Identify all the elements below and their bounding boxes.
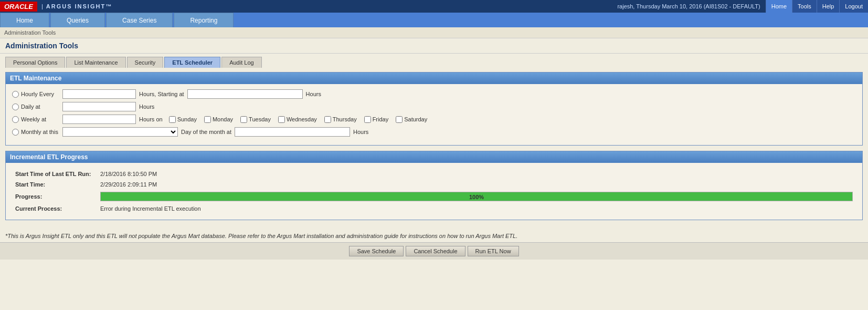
current-process-label: Current Process: [13,204,97,213]
hourly-row: Hourly Every Hours, Starting at Hours [12,89,856,99]
start-time-row: Start Time: 2/29/2016 2:09:11 PM [13,180,855,189]
save-schedule-button[interactable]: Save Schedule [349,246,404,256]
etl-maintenance-panel: ETL Maintenance Hourly Every Hours, Star… [5,72,863,146]
top-nav-help[interactable]: Help [817,0,840,13]
footer-note: *This is Argus Insight ETL only and this… [0,230,868,242]
separator: | [41,3,43,9]
tab-list-maintenance[interactable]: List Maintenance [66,57,125,68]
last-run-label: Start Time of Last ETL Run: [13,169,97,179]
progress-label: Progress: [13,190,97,203]
incremental-etl-body: Start Time of Last ETL Run: 2/18/2016 8:… [6,163,862,220]
daily-row: Daily at Hours [12,102,856,111]
top-bar: ORACLE | ARGUS INSIGHT™ rajesh, Thursday… [0,0,868,13]
top-bar-left: ORACLE | ARGUS INSIGHT™ [0,2,112,12]
days-checkboxes: Sunday Monday Tuesday Wednesday [169,116,428,123]
monthly-endlabel: Hours [353,129,368,135]
breadcrumb: Administration Tools [0,27,868,38]
main-nav-case-series[interactable]: Case Series [106,13,173,27]
monthly-radio[interactable] [12,129,19,136]
saturday-checkbox-item: Saturday [396,116,427,123]
hourly-label: Hourly Every [12,91,59,98]
etl-maintenance-header: ETL Maintenance [6,73,862,84]
daily-radio[interactable] [12,104,19,110]
progress-table: Start Time of Last ETL Run: 2/18/2016 8:… [12,168,856,214]
sunday-checkbox[interactable] [169,116,176,123]
incremental-etl-panel: Incremental ETL Progress Start Time of L… [5,151,863,220]
current-process-value: Error during Incremental ETL execution [98,204,855,213]
top-nav-logout[interactable]: Logout [839,0,868,13]
sunday-checkbox-item: Sunday [169,116,197,123]
thursday-checkbox[interactable] [324,116,331,123]
run-etl-now-button[interactable]: Run ETL Now [468,246,519,256]
top-bar-right: rajesh, Thursday March 10, 2016 (AI81S02… [617,0,868,13]
wednesday-checkbox[interactable] [278,116,285,123]
monthly-midlabel: Day of the month at [181,129,231,135]
wednesday-checkbox-item: Wednesday [278,116,317,123]
tab-security[interactable]: Security [127,57,164,68]
main-nav-reporting[interactable]: Reporting [174,13,234,27]
hourly-midlabel: Hours, Starting at [139,91,184,97]
progress-row: Progress: 100% [13,190,855,203]
main-nav-home[interactable]: Home [0,13,49,27]
tab-audit-log[interactable]: Audit Log [221,57,261,68]
weekly-input[interactable] [62,115,136,124]
progress-cell: 100% [98,190,855,203]
monthly-row: Monthly at this Day of the month at Hour… [12,127,856,137]
monday-checkbox-item: Monday [204,116,233,123]
daily-endlabel: Hours [139,104,154,110]
weekly-midlabel: Hours on [139,116,163,122]
page-title: Administration Tools [0,38,868,54]
bottom-buttons: Save Schedule Cancel Schedule Run ETL No… [0,242,868,260]
weekly-radio[interactable] [12,116,19,123]
sub-tabs: Personal Options List Maintenance Securi… [0,54,868,68]
app-name: ARGUS INSIGHT™ [46,3,112,9]
hourly-radio[interactable] [12,91,19,98]
monthly-input[interactable] [235,127,350,137]
start-time-label: Start Time: [13,180,97,189]
top-nav: Home Tools Help Logout [766,0,868,13]
friday-checkbox-item: Friday [364,116,389,123]
current-process-row: Current Process: Error during Incrementa… [13,204,855,213]
friday-checkbox[interactable] [364,116,371,123]
last-run-row: Start Time of Last ETL Run: 2/18/2016 8:… [13,169,855,179]
oracle-logo: ORACLE [0,2,37,12]
last-run-value: 2/18/2016 8:10:50 PM [98,169,855,179]
hourly-starting-input[interactable] [187,89,303,99]
main-nav-queries[interactable]: Queries [50,13,105,27]
monthly-select[interactable] [62,127,178,137]
top-nav-tools[interactable]: Tools [792,0,817,13]
start-time-value: 2/29/2016 2:09:11 PM [98,180,855,189]
monday-checkbox[interactable] [204,116,211,123]
saturday-checkbox[interactable] [396,116,403,123]
incremental-etl-header: Incremental ETL Progress [6,151,862,163]
etl-maintenance-body: Hourly Every Hours, Starting at Hours Da… [6,84,862,145]
top-nav-home[interactable]: Home [766,0,792,13]
progress-bar-container: 100% [100,192,853,201]
monthly-label: Monthly at this [12,129,59,136]
tab-personal-options[interactable]: Personal Options [5,57,65,68]
hourly-endlabel: Hours [306,91,321,97]
main-nav: Home Queries Case Series Reporting [0,13,868,27]
weekly-row: Weekly at Hours on Sunday Monday Tu [12,115,856,124]
weekly-label: Weekly at [12,116,59,123]
tab-etl-scheduler[interactable]: ETL Scheduler [164,57,220,68]
user-info: rajesh, Thursday March 10, 2016 (AI81S02… [617,3,760,9]
daily-input[interactable] [62,102,136,111]
content-area: ETL Maintenance Hourly Every Hours, Star… [0,68,868,230]
cancel-schedule-button[interactable]: Cancel Schedule [406,246,465,256]
daily-label: Daily at [12,104,59,110]
thursday-checkbox-item: Thursday [324,116,357,123]
tuesday-checkbox-item: Tuesday [240,116,271,123]
progress-bar-text: 100% [101,192,852,202]
tuesday-checkbox[interactable] [240,116,247,123]
hourly-input[interactable] [62,89,136,99]
